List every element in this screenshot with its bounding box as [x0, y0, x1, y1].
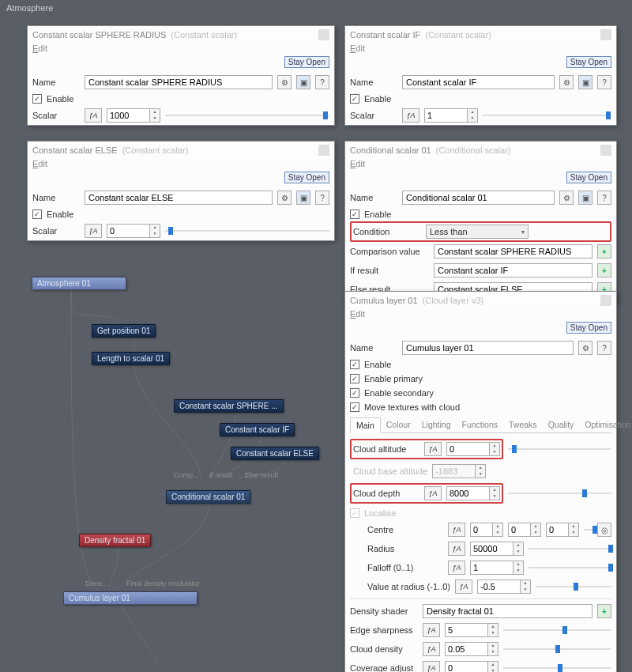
radius-spinner[interactable]: ▲▼ — [470, 542, 524, 556]
gear-icon[interactable]: ⚙ — [578, 341, 592, 355]
add-icon[interactable]: + — [597, 263, 611, 277]
tab-lighting[interactable]: Lighting — [416, 417, 457, 432]
add-icon[interactable]: + — [597, 244, 611, 259]
scalar-slider[interactable] — [483, 110, 611, 121]
name-input[interactable] — [402, 75, 555, 89]
fx-button[interactable]: ƒA — [424, 486, 442, 500]
help-icon[interactable]: ? — [597, 75, 611, 89]
help-icon[interactable]: ? — [315, 191, 329, 205]
locate-icon[interactable]: ◎ — [597, 523, 611, 537]
density-shader-input[interactable] — [423, 604, 592, 618]
stay-open-button[interactable]: Stay Open — [566, 322, 611, 334]
node-if[interactable]: Constant scalar IF — [220, 423, 295, 436]
value-at-radius-slider[interactable] — [536, 581, 611, 592]
name-input[interactable] — [402, 341, 574, 355]
help-icon[interactable]: ? — [597, 341, 611, 355]
fx-button[interactable]: ƒA — [455, 580, 472, 594]
edit-menu[interactable]: Edit — [28, 43, 334, 56]
enable-primary-checkbox[interactable] — [350, 374, 359, 383]
scalar-spinner[interactable]: ▲▼ — [424, 108, 478, 123]
edit-menu[interactable]: Edit — [345, 43, 616, 56]
scalar-slider[interactable] — [165, 225, 329, 236]
falloff-spinner[interactable]: ▲▼ — [470, 561, 524, 575]
centre-y-spinner[interactable]: ▲▼ — [508, 523, 541, 537]
coverage-adjust-slider[interactable] — [503, 663, 611, 672]
fx-button[interactable]: ƒA — [402, 108, 419, 123]
gear-icon[interactable]: ⚙ — [559, 75, 574, 89]
help-icon[interactable]: ? — [315, 75, 329, 89]
node-graph[interactable]: Atmosphere 01 Get position 01 Length to … — [16, 261, 332, 664]
node-else[interactable]: Constant scalar ELSE — [231, 447, 319, 460]
preview-icon[interactable]: ▣ — [578, 191, 592, 205]
scalar-spinner[interactable]: ▲▼ — [107, 224, 160, 238]
value-at-radius-spinner[interactable]: ▲▼ — [477, 580, 531, 594]
edit-menu[interactable]: Edit — [345, 309, 616, 322]
enable-checkbox[interactable] — [350, 210, 359, 219]
edge-sharpness-spinner[interactable]: ▲▼ — [445, 623, 498, 637]
close-icon[interactable] — [318, 29, 329, 40]
move-textures-checkbox[interactable] — [350, 402, 359, 412]
fx-button[interactable]: ƒA — [85, 108, 102, 123]
name-input[interactable] — [85, 75, 273, 89]
node-length-to-scalar[interactable]: Length to scalar 01 — [92, 352, 170, 365]
scalar-spinner[interactable]: ▲▼ — [107, 108, 160, 123]
enable-checkbox[interactable] — [32, 94, 42, 104]
tab-quality[interactable]: Quality — [543, 417, 580, 432]
cloud-depth-spinner[interactable]: ▲▼ — [446, 486, 500, 500]
cloud-depth-slider[interactable] — [508, 488, 611, 499]
name-input[interactable] — [85, 191, 273, 205]
enable-checkbox[interactable] — [32, 210, 42, 219]
close-icon[interactable] — [318, 145, 329, 156]
add-icon[interactable]: + — [597, 604, 611, 618]
edit-menu[interactable]: Edit — [28, 159, 334, 172]
fx-button[interactable]: ƒA — [423, 623, 440, 637]
fx-button[interactable]: ƒA — [423, 642, 440, 656]
gear-icon[interactable]: ⚙ — [559, 191, 574, 205]
condition-select[interactable]: Less than▾ — [426, 225, 529, 239]
node-cumulus[interactable]: Cumulus layer 01 — [63, 591, 198, 605]
cloud-density-spinner[interactable]: ▲▼ — [445, 642, 498, 656]
falloff-slider[interactable] — [529, 562, 611, 573]
preview-icon[interactable]: ▣ — [296, 191, 310, 205]
radius-slider[interactable] — [529, 543, 611, 554]
fx-button[interactable]: ƒA — [448, 523, 465, 537]
close-icon[interactable] — [600, 29, 611, 40]
tab-functions[interactable]: Functions — [456, 417, 503, 432]
cloud-altitude-spinner[interactable]: ▲▼ — [446, 442, 500, 456]
stay-open-button[interactable]: Stay Open — [566, 172, 611, 183]
coverage-adjust-spinner[interactable]: ▲▼ — [445, 661, 498, 672]
gear-icon[interactable]: ⚙ — [277, 191, 292, 205]
cloud-altitude-slider[interactable] — [508, 444, 611, 455]
fx-button[interactable]: ƒA — [85, 224, 102, 238]
centre-slider[interactable] — [584, 524, 592, 535]
node-conditional[interactable]: Conditional scalar 01 — [166, 490, 250, 504]
stay-open-button[interactable]: Stay Open — [284, 172, 329, 183]
edge-sharpness-slider[interactable] — [503, 625, 611, 636]
node-atmosphere[interactable]: Atmosphere 01 — [32, 277, 126, 290]
if-result-input[interactable] — [434, 263, 592, 277]
gear-icon[interactable]: ⚙ — [277, 75, 292, 89]
enable-checkbox[interactable] — [350, 94, 359, 104]
fx-button[interactable]: ƒA — [423, 661, 440, 672]
comparison-input[interactable] — [434, 244, 592, 259]
scalar-slider[interactable] — [165, 110, 329, 121]
edit-menu[interactable]: Edit — [345, 159, 616, 172]
stay-open-button[interactable]: Stay Open — [566, 56, 611, 68]
tab-optimisation[interactable]: Optimisation — [579, 417, 632, 432]
fx-button[interactable]: ƒA — [448, 561, 465, 575]
preview-icon[interactable]: ▣ — [578, 75, 592, 89]
close-icon[interactable] — [600, 295, 611, 306]
help-icon[interactable]: ? — [597, 191, 611, 205]
fx-button[interactable]: ƒA — [424, 442, 442, 456]
node-density-fractal[interactable]: Density fractal 01 — [79, 534, 151, 547]
node-get-position[interactable]: Get position 01 — [92, 324, 156, 338]
centre-z-spinner[interactable]: ▲▼ — [546, 523, 579, 537]
tab-tweaks[interactable]: Tweaks — [503, 417, 543, 432]
tab-colour[interactable]: Colour — [381, 417, 416, 432]
tab-main[interactable]: Main — [350, 417, 381, 433]
cloud-density-slider[interactable] — [503, 644, 611, 655]
fx-button[interactable]: ƒA — [448, 542, 465, 556]
enable-checkbox[interactable] — [350, 360, 359, 369]
close-icon[interactable] — [600, 145, 611, 156]
preview-icon[interactable]: ▣ — [296, 75, 310, 89]
